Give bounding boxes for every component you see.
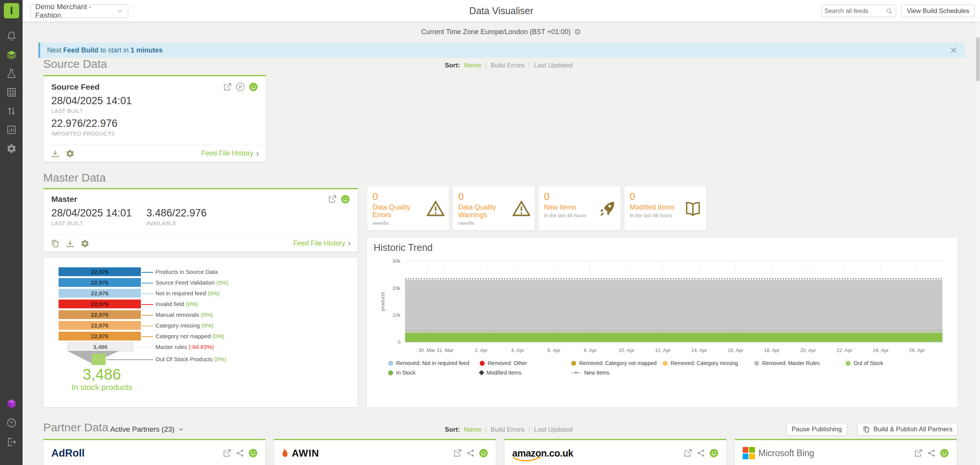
legend-item-removed-category-missing[interactable]: Removed: Category missing xyxy=(663,360,754,366)
stat-card-data-quality-errors[interactable]: 0 Data Quality Errors view/fix xyxy=(367,186,449,231)
gear-icon[interactable] xyxy=(65,149,75,158)
smiley-icon[interactable] xyxy=(479,449,488,458)
share-icon[interactable] xyxy=(696,449,706,458)
awin-flame xyxy=(282,447,289,459)
legend-item-out-of-stock[interactable]: Out of Stock xyxy=(846,360,937,366)
search-icon[interactable] xyxy=(886,8,893,15)
imported-products-label: IMPORTED PRODUCTS xyxy=(51,131,258,137)
legend-item-new-items[interactable]: New Items xyxy=(571,370,663,376)
sort-option-last-updated[interactable]: Last Updated xyxy=(534,426,573,434)
flask-icon[interactable] xyxy=(6,68,17,79)
funnel-bar-source-feed-validation[interactable]: 22,976 xyxy=(59,278,141,287)
partner-card-affiliate-window[interactable]: AWIN Affiliate Window xyxy=(274,439,496,465)
search-input[interactable] xyxy=(825,8,886,15)
smiley-icon[interactable] xyxy=(709,449,719,458)
stat-card-data-quality-warnings[interactable]: 0 Data Quality Warnings view/fix xyxy=(452,186,535,231)
legend-item-removed-not-in-required-feed[interactable]: Removed: Not in required feed xyxy=(388,360,480,366)
p-badge-icon[interactable]: P xyxy=(236,82,245,92)
cube-icon[interactable] xyxy=(6,398,17,409)
legend-dot-marker xyxy=(754,361,759,366)
funnel-bar-not-in-required-feed[interactable]: 22,976 xyxy=(59,289,141,298)
legend-item-removed-master-rules[interactable]: Removed: Master Rules xyxy=(754,360,846,366)
copy-icon[interactable] xyxy=(51,239,60,248)
available-value: 3.486/22.976 xyxy=(146,207,207,219)
smiley-icon[interactable] xyxy=(249,82,258,92)
external-link-icon[interactable] xyxy=(222,449,232,458)
chevron-right-icon: › xyxy=(256,150,259,157)
funnel-bar-category-not-mapped[interactable]: 22,976 xyxy=(59,332,141,341)
funnel-bar-category-missing[interactable]: 22,976 xyxy=(59,321,141,330)
merchant-selector[interactable]: Demo Merchant - Fashion xyxy=(30,4,128,18)
active-partners-filter[interactable]: Active Partners (23) xyxy=(110,425,185,434)
stat-sublink[interactable]: view/fix xyxy=(372,220,444,226)
stat-card-modified-items[interactable]: 0 Modified Items In the last 48 hours xyxy=(624,186,707,231)
svg-text:20k: 20k xyxy=(392,285,400,291)
funnel-connector xyxy=(142,326,153,326)
funnel-bar-products-in-source-data[interactable]: 22,976 xyxy=(59,267,141,276)
stat-card-new-items[interactable]: 0 New Items In the last 48 hours xyxy=(538,186,621,231)
partner-card-adroll[interactable]: AdRoll AdRoll xyxy=(43,439,266,465)
logout-icon[interactable] xyxy=(6,437,17,447)
view-build-schedules-button[interactable]: View Build Schedules xyxy=(902,5,975,17)
sort-option-name[interactable]: Name xyxy=(464,426,481,434)
funnel-connector xyxy=(142,315,153,316)
help-icon[interactable]: ? xyxy=(6,418,17,428)
sort-option-last-updated[interactable]: Last Updated xyxy=(534,62,573,69)
download-icon[interactable] xyxy=(51,149,60,158)
legend-item-removed-category-not-mapped[interactable]: Removed: Category not mapped xyxy=(571,360,663,366)
pause-publishing-button[interactable]: Pause Publishing xyxy=(786,423,847,436)
funnel-label-products-in-source-data: Products in Source Data xyxy=(155,268,218,276)
funnel-bar-manual-removals[interactable]: 22,976 xyxy=(59,310,141,319)
smiley-icon[interactable] xyxy=(248,449,258,458)
external-link-icon[interactable] xyxy=(914,449,923,458)
external-link-icon[interactable] xyxy=(223,82,232,92)
gear-icon[interactable] xyxy=(80,239,90,248)
scrollbar-thumb[interactable] xyxy=(976,37,980,81)
external-link-icon[interactable] xyxy=(328,195,337,204)
funnel-bar-invalid-field[interactable]: 22,976 xyxy=(59,300,141,308)
share-icon[interactable] xyxy=(235,449,245,458)
scrollbar[interactable] xyxy=(976,22,980,465)
master-card[interactable]: Master 28/04/2025 14:01 LAST BUILT 3.486… xyxy=(43,188,358,252)
gear-icon[interactable] xyxy=(574,28,581,36)
external-link-icon[interactable] xyxy=(683,449,693,458)
smiley-icon[interactable] xyxy=(940,449,949,458)
legend-label: New Items xyxy=(584,370,609,376)
card-icons: P xyxy=(223,82,258,92)
funnel-bar-master-rules[interactable]: 3,486 xyxy=(67,342,133,351)
svg-text:10k: 10k xyxy=(392,312,400,318)
svg-text:16. Apr: 16. Apr xyxy=(728,347,744,353)
sort-option-name[interactable]: Name xyxy=(464,62,481,69)
funnel-bar-out-of-stock-products[interactable] xyxy=(92,354,106,365)
last-built-value: 28/04/2025 14:01 xyxy=(51,207,132,219)
close-icon[interactable] xyxy=(949,46,958,54)
partner-card-bing-local-shopping[interactable]: Microsoft Bing Bing Local Shopping xyxy=(735,439,957,465)
legend-label: In Stock xyxy=(396,370,416,376)
warning-icon xyxy=(427,200,444,218)
layers-icon[interactable] xyxy=(6,49,17,60)
legend-item-in-stock[interactable]: In Stock xyxy=(388,370,480,376)
share-icon[interactable] xyxy=(927,449,936,458)
imported-products-value: 22.976/22.976 xyxy=(51,118,258,129)
legend-item-modified-items[interactable]: Modified Items xyxy=(480,370,571,376)
feed-file-history-link[interactable]: Feed File History › xyxy=(201,149,259,157)
share-icon[interactable] xyxy=(466,449,475,458)
sort-option-build-errors[interactable]: Build Errors xyxy=(490,426,524,434)
stat-sublink[interactable]: view/fix xyxy=(458,220,529,226)
source-feed-card[interactable]: Source Feed P 28/04/2025 14:01 LAST BUIL… xyxy=(43,75,266,162)
gear-icon[interactable] xyxy=(6,143,17,154)
chevron-right-icon: › xyxy=(348,240,351,247)
build-publish-all-button[interactable]: Build & Publish All Partners xyxy=(857,423,958,436)
external-link-icon[interactable] xyxy=(453,449,462,458)
legend-item-removed-other[interactable]: Removed: Other xyxy=(480,360,571,366)
chart-icon[interactable] xyxy=(6,124,17,135)
sort-arrows-icon[interactable] xyxy=(6,106,17,116)
feed-file-history-link[interactable]: Feed File History › xyxy=(293,239,351,247)
download-icon[interactable] xyxy=(65,239,75,248)
bell-icon[interactable] xyxy=(6,31,17,41)
smiley-icon[interactable] xyxy=(341,195,350,204)
grid-icon[interactable] xyxy=(6,87,17,98)
partner-card-amazon-products-uk[interactable]: amazon.co.uk Amazon Products (UK) xyxy=(504,439,727,465)
sort-option-build-errors[interactable]: Build Errors xyxy=(490,62,524,69)
app-logo[interactable]: I xyxy=(4,3,19,18)
